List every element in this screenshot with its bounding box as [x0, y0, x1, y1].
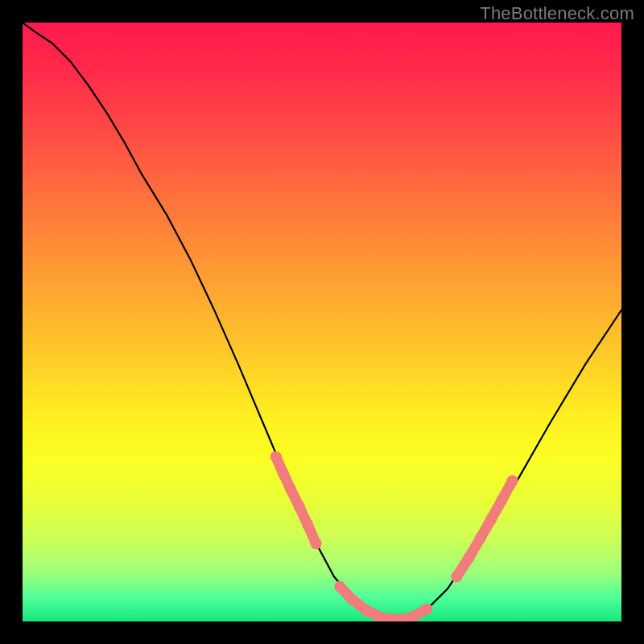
- marker-bead: [475, 532, 486, 543]
- marker-bead: [361, 605, 373, 617]
- marker-bead: [294, 501, 305, 512]
- plot-area: [23, 23, 621, 621]
- chart-frame: TheBottleneck.com: [0, 0, 644, 644]
- marker-bead: [463, 552, 474, 564]
- chart-svg: [23, 23, 621, 621]
- curve-line: [23, 23, 621, 620]
- attribution-text: TheBottleneck.com: [480, 3, 634, 24]
- marker-bead: [451, 571, 462, 582]
- marker-bead: [421, 603, 432, 614]
- marker-bead: [334, 581, 345, 592]
- highlight-markers: [270, 451, 518, 621]
- marker-bead: [496, 495, 507, 506]
- marker-bead: [270, 451, 282, 462]
- marker-bead: [485, 514, 497, 526]
- marker-bead: [346, 594, 357, 605]
- marker-bead: [302, 519, 313, 530]
- marker-bead: [311, 538, 322, 549]
- marker-bead: [285, 483, 296, 494]
- marker-bead: [507, 475, 518, 486]
- marker-bead: [278, 468, 289, 479]
